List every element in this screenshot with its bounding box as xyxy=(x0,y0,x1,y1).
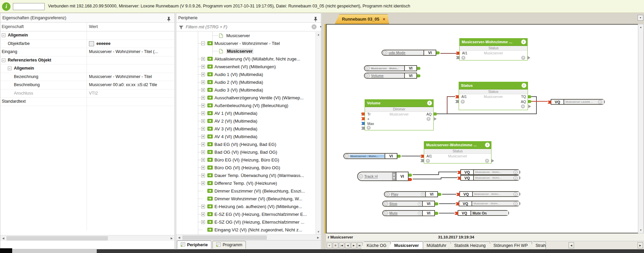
expander-icon[interactable]: + xyxy=(201,174,205,177)
property-row[interactable]: − Allgemein xyxy=(0,31,175,40)
property-value[interactable]: Musicserver - Wohnzimmer - Titel (... xyxy=(89,49,158,54)
function-block-musicserver-status-top[interactable]: Musicserver-Wohnzimme ... i Status AI1Mu… xyxy=(459,38,528,60)
vq-output-mute-on[interactable]: VQ Mute On xyxy=(458,210,509,216)
info-icon[interactable]: i xyxy=(427,101,432,105)
function-block-volume[interactable]: Volume i Dimmer TrMusicserverAQ + Max + … xyxy=(365,99,434,130)
tree-item[interactable]: + Bad EG (VI) (Heizung, Bad EG) xyxy=(176,141,316,148)
tab-runnebaum-03-05[interactable]: Runnebaum 03_05 × xyxy=(335,14,389,24)
tree-item[interactable]: − Musicserver - Wohnzimmer - Titel xyxy=(176,40,316,47)
collapse-icon[interactable]: − xyxy=(2,58,5,62)
scroll-down-icon[interactable]: ▼ xyxy=(638,228,643,233)
expander-icon[interactable]: + xyxy=(201,181,205,185)
page-tab-störungen-fh-wp[interactable]: Störungen FH WP xyxy=(488,242,532,249)
info-icon[interactable]: i xyxy=(485,143,490,147)
expander-icon[interactable]: + xyxy=(201,57,205,61)
color-swatch[interactable] xyxy=(89,41,94,46)
output-port[interactable] xyxy=(434,112,437,116)
info-icon[interactable]: i xyxy=(598,100,602,104)
tree-item[interactable]: + E-SZ EG (VI) (Heizung, Elternschlafzim… xyxy=(176,210,316,218)
collapse-icon[interactable]: − xyxy=(2,33,5,37)
page-tab-küche-og[interactable]: Küche OG xyxy=(361,242,391,249)
expander-icon[interactable]: + xyxy=(201,96,205,100)
scroll-left-icon[interactable]: ◀ xyxy=(177,235,182,240)
vi-input-musicserver-wohn-2[interactable]: i Musicserver - Wohn... VI xyxy=(343,153,397,159)
expander-icon[interactable]: + xyxy=(201,135,205,138)
periphery-hscrollbar[interactable]: ◀ ▶ xyxy=(176,234,321,240)
vi-input-volume[interactable]: i Volume VI xyxy=(364,73,417,79)
vq-output-musicserver-wohn-1[interactable]: VQ Musicserver - Wohn... i xyxy=(460,169,520,175)
scroll-right-icon[interactable]: ▶ xyxy=(316,235,321,240)
output-port[interactable] xyxy=(435,202,438,205)
info-icon[interactable]: i xyxy=(522,83,526,88)
scroll-up-icon[interactable]: ▲ xyxy=(316,32,321,37)
property-row[interactable]: Bezeichnung Musicserver - Wohnzimmer - T… xyxy=(0,73,175,81)
add-input-icon[interactable]: + xyxy=(461,100,465,104)
clear-filter-icon[interactable]: × xyxy=(312,24,317,29)
input-port[interactable] xyxy=(548,101,551,104)
info-icon[interactable]: i xyxy=(384,202,388,206)
tree-item[interactable]: + AV 2 (VI) (Multimedia) xyxy=(176,117,316,125)
tree-item[interactable]: Musicserver xyxy=(176,47,316,55)
expander-icon[interactable]: + xyxy=(201,111,205,115)
input-port[interactable] xyxy=(455,100,459,103)
expander-icon[interactable]: + xyxy=(201,158,205,162)
expander-icon[interactable]: + xyxy=(201,80,205,84)
filter-input[interactable] xyxy=(186,24,311,30)
input-port[interactable] xyxy=(456,56,459,59)
info-icon[interactable]: i xyxy=(366,74,370,78)
tree-item[interactable]: + AV 1 (VI) (Multimedia) xyxy=(176,109,316,117)
input-port[interactable] xyxy=(361,127,365,130)
output-port[interactable] xyxy=(417,67,420,70)
tree-item[interactable]: + Bad OG (VI) (Heizung, Bad OG) xyxy=(176,148,316,156)
tree-item[interactable]: Musicserver xyxy=(176,32,316,40)
input-port[interactable] xyxy=(456,202,459,205)
tree-item[interactable]: + E-Heizung (wö. aufheizen) (VI) (Mittei… xyxy=(176,203,316,210)
input-port[interactable] xyxy=(457,177,461,180)
pin-icon[interactable] xyxy=(314,16,319,21)
tree-item[interactable]: + Außenbeleuchtung (VI) (Beleuchtung) xyxy=(176,102,316,109)
add-output-icon[interactable]: + xyxy=(485,159,489,163)
tree-vscrollbar[interactable]: ▲ ▼ xyxy=(316,32,321,235)
output-port[interactable] xyxy=(438,193,441,196)
scroll-down-icon[interactable]: ▼ xyxy=(316,229,321,234)
vq-output-musicserver-wohn-2[interactable]: VQ Musicserver - Wohn... i xyxy=(460,175,520,181)
expander-icon[interactable]: + xyxy=(201,104,205,107)
output-port[interactable] xyxy=(528,95,531,98)
scroll-left-icon[interactable]: ◀ xyxy=(1,236,6,241)
page-tab-strah[interactable]: Strah xyxy=(530,242,546,249)
function-block-status[interactable]: Status i Status AI1MusicserverTQ AQ + + xyxy=(459,82,528,110)
tree-item[interactable]: Dimmer Esszimmer (VI) (Beleuchtung, Essz… xyxy=(176,187,316,195)
output-port[interactable] xyxy=(409,174,412,177)
pin-icon[interactable] xyxy=(167,16,172,21)
page-tab-müllabfuhr[interactable]: Müllabfuhr xyxy=(421,242,451,249)
tree-item[interactable]: + AV 4 (VI) (Multimedia) xyxy=(176,133,316,141)
info-icon[interactable]: i xyxy=(345,154,349,158)
output-port[interactable] xyxy=(417,74,420,77)
tree-item[interactable]: + Audio 3 (VI) (Multimedia) xyxy=(176,86,316,94)
scrollbar-thumb[interactable] xyxy=(6,236,108,241)
input-port[interactable] xyxy=(456,193,460,196)
page-tab-musicserver[interactable]: Musicserver xyxy=(388,242,423,249)
expander-icon[interactable]: + xyxy=(201,143,205,146)
info-icon[interactable]: i xyxy=(366,66,370,70)
target-icon[interactable] xyxy=(421,193,424,196)
output-arrow-icon[interactable] xyxy=(528,56,530,59)
output-arrow-icon[interactable] xyxy=(434,117,437,121)
add-output-icon[interactable]: + xyxy=(427,117,431,121)
property-value[interactable]: VTI2 xyxy=(89,91,98,96)
output-port[interactable] xyxy=(409,178,412,181)
collapse-icon[interactable]: − xyxy=(8,67,12,70)
property-row[interactable]: Eingang Musicserver - Wohnzimmer - Titel… xyxy=(0,48,175,56)
properties-hscrollbar[interactable]: ◀ ▶ xyxy=(0,235,175,241)
page-tab-statistik-heizung[interactable]: Statistik Heizung xyxy=(448,242,490,249)
scroll-up-icon[interactable]: ▲ xyxy=(638,25,643,30)
page-dropdown-icon[interactable]: ▾ xyxy=(327,243,332,248)
info-icon[interactable]: i xyxy=(513,192,518,196)
vi-input-track[interactable]: i Track >I VI xyxy=(357,172,409,181)
input-port[interactable] xyxy=(420,159,424,162)
expander-icon[interactable]: + xyxy=(201,220,205,224)
add-input-icon[interactable]: + xyxy=(461,56,465,60)
target-icon[interactable] xyxy=(418,202,421,206)
add-input-icon[interactable]: + xyxy=(367,126,371,130)
property-value[interactable]: Musicserver - Wohnzimmer - Titel xyxy=(89,74,152,79)
